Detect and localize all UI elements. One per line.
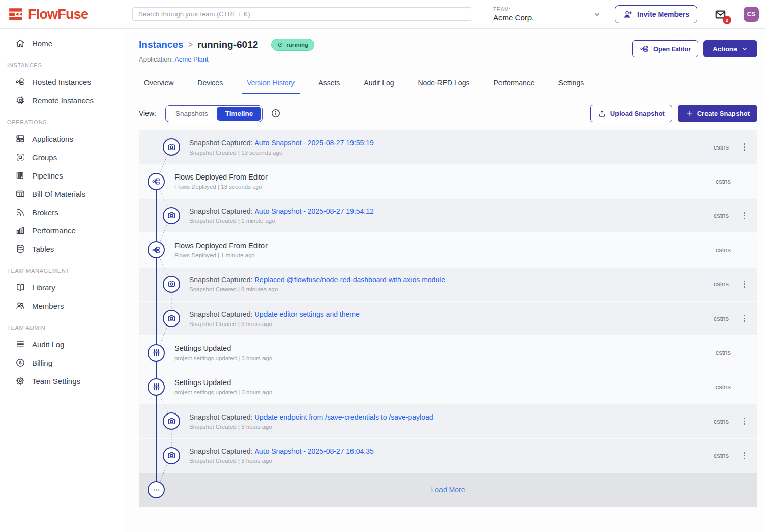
application-link[interactable]: Acme Plant [174,55,208,63]
timeline-meta: Snapshot Created | 1 minute ago [189,218,374,224]
view-label: View: [139,109,156,117]
sidebar-item-label: Pipelines [32,171,63,180]
chevron-down-icon [593,10,601,19]
sidebar-item-label: Home [32,39,52,48]
library-icon [15,282,25,292]
brokers-icon [15,207,25,217]
view-option-timeline[interactable]: Timeline [217,107,262,121]
kebab-menu-icon[interactable] [738,278,750,290]
create-snapshot-button[interactable]: Create Snapshot [678,105,757,122]
tab-performance[interactable]: Performance [488,74,539,94]
user-avatar[interactable]: CS [744,7,759,22]
svg-text:$: $ [19,360,21,365]
breadcrumb-instances-link[interactable]: Instances [139,39,184,50]
tables-icon [15,244,25,254]
upload-snapshot-button[interactable]: Upload Snapshot [590,105,672,122]
timeline-user: cstns [714,280,729,288]
bill-of-materials-icon [15,189,25,199]
tab-version-history[interactable]: Version History [242,74,300,94]
sidebar-item-label: Billing [32,359,52,367]
camera-icon [163,447,180,464]
camera-icon [163,310,180,327]
sidebar-item-members[interactable]: Members [0,297,126,315]
snapshot-name-link[interactable]: Auto Snapshot - 2025-08-27 16:04:35 [255,447,374,455]
actions-button[interactable]: Actions [703,40,757,57]
sidebar-item-library[interactable]: Library [0,278,126,297]
timeline-row: Snapshot Captured:Update endpoint from /… [139,404,757,438]
snapshot-name-link[interactable]: Update endpoint from /save-credentials t… [255,413,433,421]
sidebar-item-audit-log[interactable]: Audit Log [0,335,126,353]
sidebar-item-remote-instances[interactable]: Remote Instances [0,91,126,109]
info-icon[interactable] [271,108,281,119]
timeline-row: Snapshot Captured:Auto Snapshot - 2025-0… [139,198,757,232]
snapshot-name-link[interactable]: Auto Snapshot - 2025-08-27 19:55:19 [255,139,374,147]
load-more-link[interactable]: Load More [139,486,757,494]
sidebar-item-label: Bill Of Materials [32,190,85,198]
breadcrumb: Instances > running-6012 running [139,39,314,51]
view-toolbar: View: SnapshotsTimeline Upload Snapshot … [139,105,757,122]
search-input[interactable] [132,7,472,21]
timeline-row: Snapshot Captured:Replaced @flowfuse/nod… [139,267,757,301]
groups-icon [15,152,25,162]
timeline-user: cstns [714,212,729,219]
tab-settings[interactable]: Settings [553,74,590,94]
settings-sliders-icon [148,344,165,362]
tab-overview[interactable]: Overview [139,74,179,94]
performance-icon [15,225,25,235]
invite-members-button[interactable]: Invite Members [615,5,697,23]
kebab-menu-icon[interactable] [738,210,750,222]
event-title: Flows Deployed From Editor [174,242,268,250]
flowfuse-logo[interactable]: FlowFuse [8,7,88,22]
kebab-menu-icon[interactable] [738,450,750,462]
open-editor-button[interactable]: Open Editor [632,40,698,57]
person-plus-icon [623,10,633,19]
team-selector[interactable]: TEAM: Acme Corp. [493,7,601,22]
sidebar-item-hosted-instances[interactable]: Hosted Instances [0,73,126,91]
flows-icon [148,173,165,190]
upload-icon [598,109,606,118]
sidebar-item-home[interactable]: Home [0,34,126,52]
snapshot-name-link[interactable]: Update editor settings and theme [255,310,360,318]
view-option-snapshots[interactable]: Snapshots [167,107,217,121]
sidebar-item-bill-of-materials[interactable]: Bill Of Materials [0,185,126,203]
timeline-load-more-row: Load More [139,472,757,507]
sidebar-item-label: Members [32,302,64,310]
snapshot-name-link[interactable]: Replaced @flowfuse/node-red-dashboard wi… [255,276,446,284]
snapshot-name-link[interactable]: Auto Snapshot - 2025-08-27 19:54:12 [255,207,374,215]
sidebar-item-applications[interactable]: Applications [0,130,126,148]
plus-icon [685,109,693,117]
sidebar-section-header: OPERATIONS [0,109,126,130]
kebab-menu-icon[interactable] [738,141,750,153]
sidebar: HomeINSTANCESHosted InstancesRemote Inst… [0,29,126,532]
sidebar-item-label: Library [32,283,55,292]
tab-audit-log[interactable]: Audit Log [359,74,399,94]
tab-assets[interactable]: Assets [313,74,345,94]
timeline-meta: Snapshot Created | 3 hours ago [189,321,360,327]
kebab-menu-icon[interactable] [738,312,750,324]
sidebar-item-performance[interactable]: Performance [0,221,126,240]
sidebar-item-label: Groups [32,153,57,162]
sidebar-item-label: Applications [32,135,73,143]
snapshot-title-prefix: Snapshot Captured: [189,447,253,455]
timeline-meta: Flows Deployed | 13 seconds ago [174,184,268,190]
timeline-user: cstns [716,246,731,254]
sidebar-item-billing[interactable]: $Billing [0,353,126,372]
timeline-meta: project.settings.updated | 3 hours ago [174,355,272,361]
sidebar-item-pipelines[interactable]: Pipelines [0,166,126,185]
kebab-menu-icon[interactable] [738,415,750,427]
sidebar-item-team-settings[interactable]: Team Settings [0,372,126,390]
notifications-button[interactable]: 2 [714,8,727,21]
applications-icon [15,134,25,144]
sidebar-item-tables[interactable]: Tables [0,240,126,258]
members-icon [15,301,25,311]
tab-node-red-logs[interactable]: Node-RED Logs [413,74,475,94]
editor-flows-icon [640,44,649,53]
sidebar-section-header: INSTANCES [0,52,126,73]
divider [737,7,737,22]
sidebar-item-groups[interactable]: Groups [0,148,126,166]
tab-devices[interactable]: Devices [192,74,228,94]
sidebar-item-brokers[interactable]: Brokers [0,203,126,221]
timeline-user: cstns [714,418,729,425]
divider [704,7,704,22]
snapshot-title-prefix: Snapshot Captured: [189,207,253,215]
